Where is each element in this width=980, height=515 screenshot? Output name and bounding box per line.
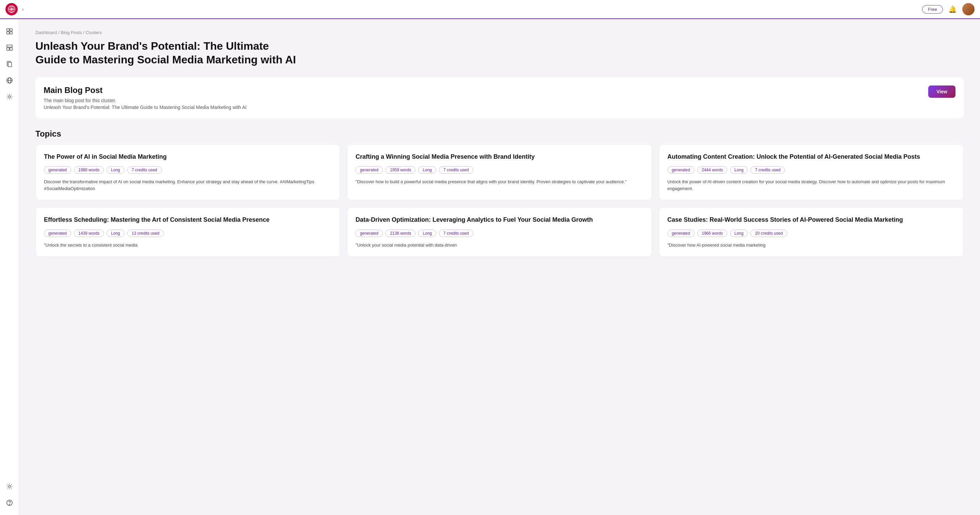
topic-card: Data-Driven Optimization: Leveraging Ana… [347,207,652,257]
topic-tag: 1959 words [385,166,415,174]
topic-tag: generated [44,166,71,174]
topic-tag: generated [44,230,71,237]
topic-tag: 2136 words [385,230,415,237]
logo-icon[interactable] [5,3,18,15]
topic-tag: 7 credits used [127,166,162,174]
topic-tag: generated [355,230,383,237]
sidebar-item-dashboard[interactable] [3,24,16,38]
topic-card-title: Crafting a Winning Social Media Presence… [355,153,643,161]
sidebar-item-settings[interactable] [3,480,16,493]
svg-rect-6 [10,29,12,31]
topic-tag: Long [730,166,748,174]
topic-card-title: Case Studies: Real-World Success Stories… [667,215,955,224]
topic-card: Crafting a Winning Social Media Presence… [347,144,652,200]
sidebar-item-tools[interactable] [3,90,16,104]
topic-tag: 1980 words [74,166,104,174]
topic-tag: 1966 words [697,230,727,237]
topic-description: "Unlock your social media potential with… [355,242,643,249]
topic-tag: generated [667,166,695,174]
svg-rect-11 [10,48,12,50]
svg-point-20 [9,504,10,505]
topic-card: Effortless Scheduling: Mastering the Art… [35,207,340,257]
main-blog-section: Main Blog Post The main blog post for th… [35,77,964,118]
topic-card: Case Studies: Real-World Success Stories… [659,207,964,257]
topic-tags: generated2444 wordsLong7 credits used [667,166,955,174]
topic-tag: Long [418,166,436,174]
breadcrumb-clusters[interactable]: Clusters [86,30,102,35]
topic-description: "Discover how to build a powerful social… [355,179,643,185]
topic-tag: 7 credits used [439,166,473,174]
breadcrumb-dashboard[interactable]: Dashboard [35,30,57,35]
topics-header: Topics [35,129,964,139]
topic-tag: 7 credits used [751,166,785,174]
breadcrumb-blog-posts[interactable]: Blog Posts [60,30,82,35]
topic-tag: 13 credits used [127,230,164,237]
topbar-left: › [5,3,24,15]
topic-tag: 20 credits used [751,230,787,237]
topic-tag: 2444 words [697,166,727,174]
topic-card-title: The Power of AI in Social Media Marketin… [44,153,332,161]
sidebar-item-help[interactable] [3,496,16,510]
topic-tags: generated1966 wordsLong20 credits used [667,230,955,237]
svg-rect-9 [7,45,12,47]
topic-tags: generated1439 wordsLong13 credits used [44,230,332,237]
topic-tag: generated [355,166,383,174]
main-blog-link[interactable]: Unleash Your Brand's Potential: The Ulti… [44,105,956,110]
topic-description: Unlock the power of AI-driven content cr… [667,179,955,192]
topic-tag: Long [418,230,436,237]
topbar-right: Free 🔔 [922,3,975,15]
free-badge[interactable]: Free [922,5,943,14]
bell-icon[interactable]: 🔔 [948,5,957,13]
sidebar [0,19,19,515]
topic-tag: Long [107,166,125,174]
sidebar-toggle[interactable]: › [22,6,24,13]
main-blog-title: Main Blog Post [44,86,956,95]
avatar[interactable] [962,3,975,15]
topic-description: "Discover how AI-powered social media ma… [667,242,955,249]
main-content: Dashboard / Blog Posts / Clusters Unleas… [19,19,980,515]
svg-rect-5 [7,29,9,31]
topic-card-title: Effortless Scheduling: Mastering the Art… [44,215,332,224]
svg-rect-8 [10,32,12,34]
topic-description: Discover the transformative impact of AI… [44,179,332,192]
topic-tag: Long [107,230,125,237]
svg-point-18 [8,485,11,488]
topic-tags: generated2136 wordsLong7 credits used [355,230,643,237]
svg-rect-7 [7,32,9,34]
sidebar-item-templates[interactable] [3,41,16,54]
topic-description: "Unlock the secrets to a consistent soci… [44,242,332,249]
topic-tags: generated1980 wordsLong7 credits used [44,166,332,174]
view-button[interactable]: View [928,86,956,98]
svg-rect-10 [7,48,9,50]
topbar: › Free 🔔 [0,0,980,19]
topic-tag: generated [667,230,695,237]
topics-grid: The Power of AI in Social Media Marketin… [35,144,964,257]
topic-card: Automating Content Creation: Unlock the … [659,144,964,200]
svg-point-17 [8,96,11,98]
sidebar-item-documents[interactable] [3,57,16,71]
sidebar-bottom [3,480,16,510]
page-title: Unleash Your Brand's Potential: The Ulti… [35,39,301,66]
topic-tag: Long [730,230,748,237]
svg-rect-13 [8,62,11,67]
main-blog-description: The main blog post for this cluster. [44,98,956,103]
topic-tag: 7 credits used [439,230,473,237]
topic-card-title: Data-Driven Optimization: Leveraging Ana… [355,215,643,224]
topic-tag: 1439 words [74,230,104,237]
breadcrumb: Dashboard / Blog Posts / Clusters [35,30,964,35]
topic-card: The Power of AI in Social Media Marketin… [35,144,340,200]
topic-card-title: Automating Content Creation: Unlock the … [667,153,955,161]
topic-tags: generated1959 wordsLong7 credits used [355,166,643,174]
sidebar-item-globe[interactable] [3,73,16,87]
